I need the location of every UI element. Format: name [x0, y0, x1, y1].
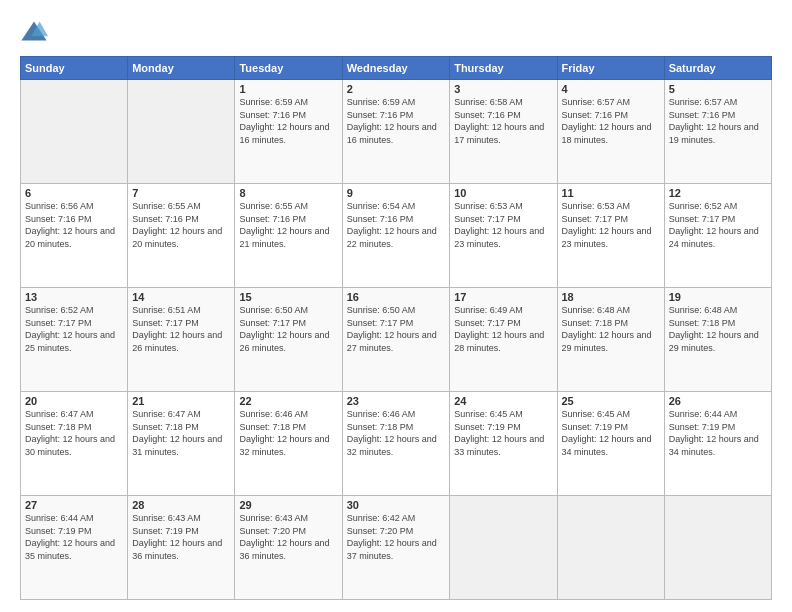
day-cell: 4Sunrise: 6:57 AM Sunset: 7:16 PM Daylig… [557, 80, 664, 184]
day-cell: 2Sunrise: 6:59 AM Sunset: 7:16 PM Daylig… [342, 80, 449, 184]
day-number: 28 [132, 499, 230, 511]
day-cell [21, 80, 128, 184]
day-detail: Sunrise: 6:53 AM Sunset: 7:17 PM Dayligh… [454, 200, 552, 250]
logo-icon [20, 18, 48, 46]
day-number: 7 [132, 187, 230, 199]
col-header-saturday: Saturday [664, 57, 771, 80]
day-cell: 17Sunrise: 6:49 AM Sunset: 7:17 PM Dayli… [450, 288, 557, 392]
day-number: 18 [562, 291, 660, 303]
day-cell: 13Sunrise: 6:52 AM Sunset: 7:17 PM Dayli… [21, 288, 128, 392]
day-detail: Sunrise: 6:52 AM Sunset: 7:17 PM Dayligh… [25, 304, 123, 354]
day-cell: 21Sunrise: 6:47 AM Sunset: 7:18 PM Dayli… [128, 392, 235, 496]
day-cell: 5Sunrise: 6:57 AM Sunset: 7:16 PM Daylig… [664, 80, 771, 184]
day-cell: 22Sunrise: 6:46 AM Sunset: 7:18 PM Dayli… [235, 392, 342, 496]
day-detail: Sunrise: 6:43 AM Sunset: 7:20 PM Dayligh… [239, 512, 337, 562]
day-cell: 12Sunrise: 6:52 AM Sunset: 7:17 PM Dayli… [664, 184, 771, 288]
col-header-sunday: Sunday [21, 57, 128, 80]
day-cell: 26Sunrise: 6:44 AM Sunset: 7:19 PM Dayli… [664, 392, 771, 496]
day-detail: Sunrise: 6:47 AM Sunset: 7:18 PM Dayligh… [25, 408, 123, 458]
day-cell: 23Sunrise: 6:46 AM Sunset: 7:18 PM Dayli… [342, 392, 449, 496]
day-cell [557, 496, 664, 600]
day-cell: 3Sunrise: 6:58 AM Sunset: 7:16 PM Daylig… [450, 80, 557, 184]
week-row-5: 27Sunrise: 6:44 AM Sunset: 7:19 PM Dayli… [21, 496, 772, 600]
calendar: SundayMondayTuesdayWednesdayThursdayFrid… [20, 56, 772, 600]
col-header-tuesday: Tuesday [235, 57, 342, 80]
day-cell [450, 496, 557, 600]
day-detail: Sunrise: 6:43 AM Sunset: 7:19 PM Dayligh… [132, 512, 230, 562]
day-number: 9 [347, 187, 445, 199]
day-cell: 16Sunrise: 6:50 AM Sunset: 7:17 PM Dayli… [342, 288, 449, 392]
day-detail: Sunrise: 6:46 AM Sunset: 7:18 PM Dayligh… [239, 408, 337, 458]
day-number: 5 [669, 83, 767, 95]
day-detail: Sunrise: 6:53 AM Sunset: 7:17 PM Dayligh… [562, 200, 660, 250]
col-header-thursday: Thursday [450, 57, 557, 80]
day-detail: Sunrise: 6:57 AM Sunset: 7:16 PM Dayligh… [562, 96, 660, 146]
day-cell: 29Sunrise: 6:43 AM Sunset: 7:20 PM Dayli… [235, 496, 342, 600]
day-detail: Sunrise: 6:45 AM Sunset: 7:19 PM Dayligh… [454, 408, 552, 458]
week-row-3: 13Sunrise: 6:52 AM Sunset: 7:17 PM Dayli… [21, 288, 772, 392]
day-cell: 1Sunrise: 6:59 AM Sunset: 7:16 PM Daylig… [235, 80, 342, 184]
day-number: 27 [25, 499, 123, 511]
day-detail: Sunrise: 6:49 AM Sunset: 7:17 PM Dayligh… [454, 304, 552, 354]
day-cell [128, 80, 235, 184]
day-detail: Sunrise: 6:44 AM Sunset: 7:19 PM Dayligh… [669, 408, 767, 458]
day-detail: Sunrise: 6:59 AM Sunset: 7:16 PM Dayligh… [239, 96, 337, 146]
day-number: 13 [25, 291, 123, 303]
day-detail: Sunrise: 6:52 AM Sunset: 7:17 PM Dayligh… [669, 200, 767, 250]
day-number: 14 [132, 291, 230, 303]
day-number: 6 [25, 187, 123, 199]
day-cell: 7Sunrise: 6:55 AM Sunset: 7:16 PM Daylig… [128, 184, 235, 288]
day-cell: 18Sunrise: 6:48 AM Sunset: 7:18 PM Dayli… [557, 288, 664, 392]
week-row-2: 6Sunrise: 6:56 AM Sunset: 7:16 PM Daylig… [21, 184, 772, 288]
day-detail: Sunrise: 6:46 AM Sunset: 7:18 PM Dayligh… [347, 408, 445, 458]
day-detail: Sunrise: 6:42 AM Sunset: 7:20 PM Dayligh… [347, 512, 445, 562]
day-number: 4 [562, 83, 660, 95]
day-number: 1 [239, 83, 337, 95]
day-cell: 20Sunrise: 6:47 AM Sunset: 7:18 PM Dayli… [21, 392, 128, 496]
day-cell: 6Sunrise: 6:56 AM Sunset: 7:16 PM Daylig… [21, 184, 128, 288]
day-number: 29 [239, 499, 337, 511]
day-cell: 28Sunrise: 6:43 AM Sunset: 7:19 PM Dayli… [128, 496, 235, 600]
day-number: 25 [562, 395, 660, 407]
day-number: 10 [454, 187, 552, 199]
day-detail: Sunrise: 6:44 AM Sunset: 7:19 PM Dayligh… [25, 512, 123, 562]
day-number: 8 [239, 187, 337, 199]
day-number: 26 [669, 395, 767, 407]
day-number: 30 [347, 499, 445, 511]
day-cell: 8Sunrise: 6:55 AM Sunset: 7:16 PM Daylig… [235, 184, 342, 288]
day-number: 16 [347, 291, 445, 303]
day-detail: Sunrise: 6:56 AM Sunset: 7:16 PM Dayligh… [25, 200, 123, 250]
day-detail: Sunrise: 6:51 AM Sunset: 7:17 PM Dayligh… [132, 304, 230, 354]
day-number: 22 [239, 395, 337, 407]
calendar-header-row: SundayMondayTuesdayWednesdayThursdayFrid… [21, 57, 772, 80]
week-row-4: 20Sunrise: 6:47 AM Sunset: 7:18 PM Dayli… [21, 392, 772, 496]
day-detail: Sunrise: 6:50 AM Sunset: 7:17 PM Dayligh… [347, 304, 445, 354]
day-detail: Sunrise: 6:48 AM Sunset: 7:18 PM Dayligh… [562, 304, 660, 354]
col-header-monday: Monday [128, 57, 235, 80]
day-detail: Sunrise: 6:57 AM Sunset: 7:16 PM Dayligh… [669, 96, 767, 146]
week-row-1: 1Sunrise: 6:59 AM Sunset: 7:16 PM Daylig… [21, 80, 772, 184]
day-detail: Sunrise: 6:55 AM Sunset: 7:16 PM Dayligh… [132, 200, 230, 250]
col-header-wednesday: Wednesday [342, 57, 449, 80]
day-cell: 15Sunrise: 6:50 AM Sunset: 7:17 PM Dayli… [235, 288, 342, 392]
day-cell: 9Sunrise: 6:54 AM Sunset: 7:16 PM Daylig… [342, 184, 449, 288]
day-detail: Sunrise: 6:58 AM Sunset: 7:16 PM Dayligh… [454, 96, 552, 146]
day-cell: 24Sunrise: 6:45 AM Sunset: 7:19 PM Dayli… [450, 392, 557, 496]
day-number: 21 [132, 395, 230, 407]
day-detail: Sunrise: 6:59 AM Sunset: 7:16 PM Dayligh… [347, 96, 445, 146]
day-cell [664, 496, 771, 600]
day-number: 2 [347, 83, 445, 95]
day-cell: 19Sunrise: 6:48 AM Sunset: 7:18 PM Dayli… [664, 288, 771, 392]
day-detail: Sunrise: 6:55 AM Sunset: 7:16 PM Dayligh… [239, 200, 337, 250]
day-detail: Sunrise: 6:45 AM Sunset: 7:19 PM Dayligh… [562, 408, 660, 458]
day-cell: 14Sunrise: 6:51 AM Sunset: 7:17 PM Dayli… [128, 288, 235, 392]
page: SundayMondayTuesdayWednesdayThursdayFrid… [0, 0, 792, 612]
day-cell: 10Sunrise: 6:53 AM Sunset: 7:17 PM Dayli… [450, 184, 557, 288]
day-cell: 11Sunrise: 6:53 AM Sunset: 7:17 PM Dayli… [557, 184, 664, 288]
day-number: 3 [454, 83, 552, 95]
day-number: 20 [25, 395, 123, 407]
day-detail: Sunrise: 6:54 AM Sunset: 7:16 PM Dayligh… [347, 200, 445, 250]
day-number: 17 [454, 291, 552, 303]
day-number: 12 [669, 187, 767, 199]
header [20, 18, 772, 46]
